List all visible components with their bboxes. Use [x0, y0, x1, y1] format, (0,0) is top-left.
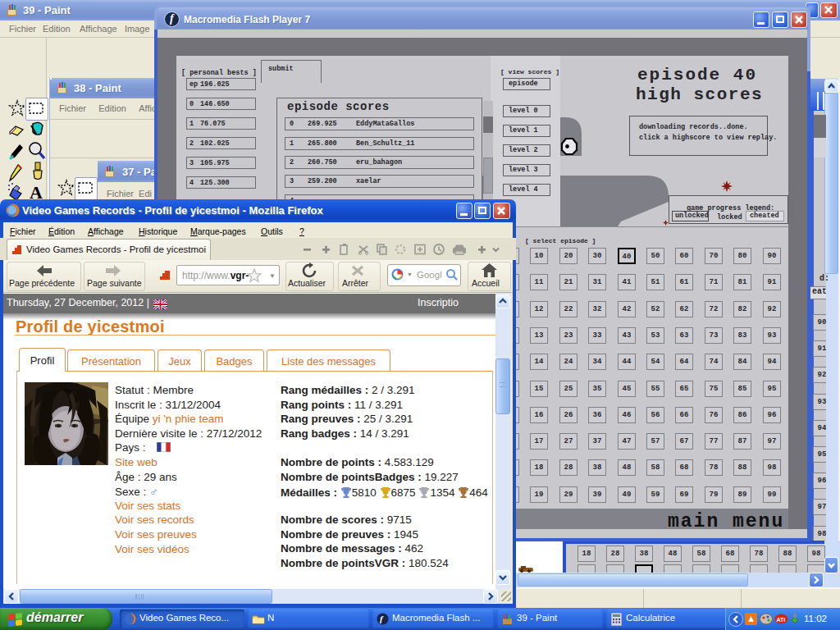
svg-text:ATI: ATI	[777, 617, 786, 623]
